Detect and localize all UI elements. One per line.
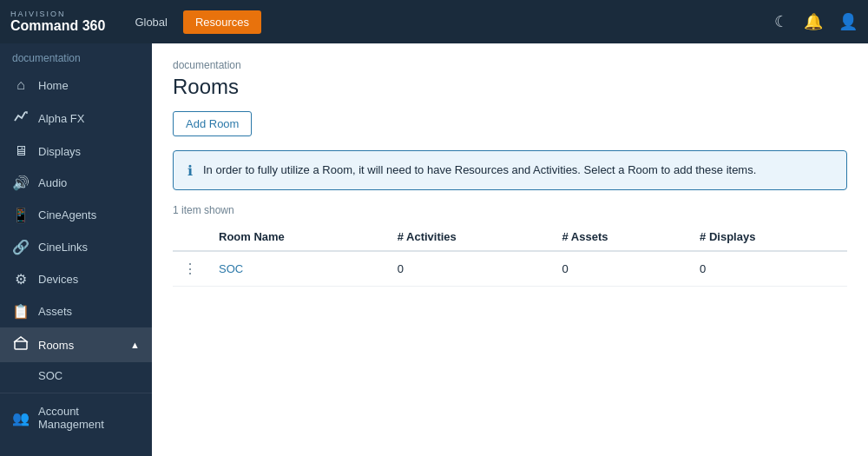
svg-rect-0	[15, 341, 27, 349]
room-name-link[interactable]: SOC	[219, 262, 243, 275]
brand: HAIVISION Command 360	[10, 10, 105, 34]
layout: documentation ⌂ Home Alpha FX 🖥 Displays…	[0, 43, 868, 456]
table-col-menu	[173, 223, 208, 251]
table-col-room-name: Room Name	[208, 223, 387, 251]
main-content: documentation Rooms Add Room ℹ In order …	[152, 43, 868, 456]
table-row: ⋮ SOC 0 0 0	[173, 251, 847, 287]
page-title: Rooms	[173, 75, 847, 99]
sidebar-item-cineagents[interactable]: 📱 CineAgents	[0, 199, 152, 231]
audio-icon: 🔊	[12, 175, 30, 191]
breadcrumb: documentation	[173, 59, 847, 71]
alphafx-icon	[12, 109, 30, 128]
sidebar-item-label-audio: Audio	[38, 176, 67, 189]
sidebar-item-alphafx[interactable]: Alpha FX	[0, 101, 152, 135]
devices-icon: ⚙	[12, 271, 30, 287]
sidebar-item-audio[interactable]: 🔊 Audio	[0, 167, 152, 199]
topnav-nav: Global Resources	[122, 10, 261, 34]
sidebar-divider	[0, 393, 152, 393]
info-box: ℹ In order to fully utilize a Room, it w…	[173, 150, 847, 190]
sidebar-item-label-alphafx: Alpha FX	[38, 112, 84, 125]
sidebar-org: documentation	[0, 43, 152, 69]
topnav: HAIVISION Command 360 Global Resources ☾…	[0, 0, 868, 43]
displays-icon: 🖥	[12, 143, 30, 159]
row-room-name-cell: SOC	[208, 251, 387, 287]
table-col-activities: # Activities	[387, 223, 552, 251]
brand-top: HAIVISION	[10, 10, 105, 18]
row-context-menu-icon[interactable]: ⋮	[183, 261, 198, 276]
account-management-icon: 👥	[12, 410, 30, 426]
resources-button[interactable]: Resources	[183, 10, 261, 34]
info-message: In order to fully utilize a Room, it wil…	[203, 162, 756, 179]
row-displays-cell: 0	[689, 251, 847, 287]
sidebar-item-devices[interactable]: ⚙ Devices	[0, 263, 152, 295]
notifications-icon[interactable]: 🔔	[804, 12, 823, 31]
cinelinks-icon: 🔗	[12, 239, 30, 255]
sidebar-item-label-cinelinks: CineLinks	[38, 241, 88, 254]
sidebar-sub-item-soc[interactable]: SOC	[0, 362, 152, 389]
sidebar-item-label-rooms: Rooms	[38, 339, 74, 352]
assets-icon: 📋	[12, 303, 30, 320]
sidebar-item-label-cineagents: CineAgents	[38, 208, 96, 221]
table-header-row: Room Name # Activities # Assets # Displa…	[173, 223, 847, 251]
add-room-button[interactable]: Add Room	[173, 111, 252, 136]
sidebar-item-rooms[interactable]: Rooms ▲	[0, 327, 152, 362]
table-col-assets: # Assets	[551, 223, 689, 251]
info-icon: ℹ	[187, 162, 193, 179]
rooms-icon	[12, 335, 30, 354]
sidebar-item-label-displays: Displays	[38, 145, 81, 158]
sidebar-item-label-account-management: Account Management	[38, 405, 140, 431]
items-count: 1 item shown	[173, 204, 847, 216]
sidebar-item-home[interactable]: ⌂ Home	[0, 69, 152, 101]
cineagents-icon: 📱	[12, 207, 30, 223]
row-menu-cell: ⋮	[173, 251, 208, 287]
theme-icon[interactable]: ☾	[774, 12, 788, 31]
row-activities-cell: 0	[387, 251, 552, 287]
home-icon: ⌂	[12, 77, 30, 93]
sidebar-item-label-assets: Assets	[38, 305, 72, 318]
sidebar-item-account-management[interactable]: 👥 Account Management	[0, 397, 152, 439]
user-icon[interactable]: 👤	[838, 12, 858, 31]
sidebar-item-assets[interactable]: 📋 Assets	[0, 295, 152, 327]
sidebar-item-label-home: Home	[38, 79, 69, 92]
sidebar: documentation ⌂ Home Alpha FX 🖥 Displays…	[0, 43, 152, 456]
rooms-table: Room Name # Activities # Assets # Displa…	[173, 223, 847, 287]
topnav-icons: ☾ 🔔 👤	[774, 12, 858, 31]
global-button[interactable]: Global	[122, 10, 180, 34]
sidebar-item-label-devices: Devices	[38, 273, 78, 286]
sidebar-sub-item-label-soc: SOC	[38, 369, 62, 382]
row-assets-cell: 0	[551, 251, 689, 287]
sidebar-item-cinelinks[interactable]: 🔗 CineLinks	[0, 231, 152, 263]
table-col-displays: # Displays	[689, 223, 847, 251]
brand-main: Command 360	[10, 18, 105, 34]
sidebar-item-displays[interactable]: 🖥 Displays	[0, 135, 152, 167]
rooms-chevron-icon: ▲	[130, 340, 140, 350]
